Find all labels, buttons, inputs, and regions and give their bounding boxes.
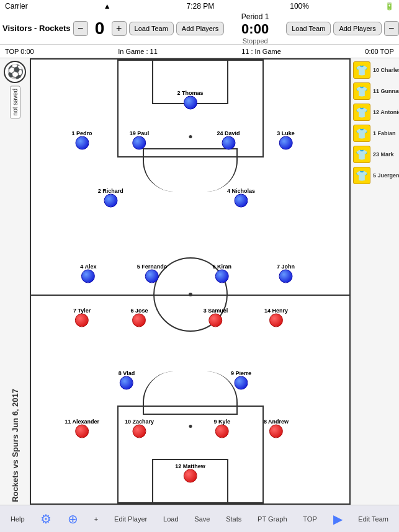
player-label: 7 John <box>277 263 295 269</box>
player-1_Pedro[interactable]: 1 Pedro <box>72 129 92 149</box>
sub-label: 23 Mark <box>373 151 394 157</box>
player-label: 14 Henry <box>264 308 288 314</box>
player-5_Fernando[interactable]: 5 Fernando <box>137 262 168 283</box>
player-label: 3 Samuel <box>204 308 228 314</box>
visitors-load-btn[interactable]: Load Team <box>129 22 174 35</box>
top-label: TOP <box>303 515 316 523</box>
player-dot <box>132 314 146 327</box>
player-dot <box>75 314 89 327</box>
player-label: 2 Richard <box>98 187 123 193</box>
player-dot <box>215 269 229 283</box>
save-button[interactable]: Save <box>194 515 210 523</box>
pt-graph-label: PT Graph <box>258 515 287 523</box>
load-button[interactable]: Load <box>163 515 178 523</box>
visitors-section: Visitors - Rockets − 0 + Load Team Add P… <box>2 19 224 38</box>
save-label: Save <box>194 515 210 523</box>
sub-label: 11 Gunnar <box>373 88 399 94</box>
player-11_Alexander[interactable]: 11 Alexander <box>65 418 99 438</box>
top-button[interactable]: TOP <box>303 515 316 523</box>
player-6_Jose[interactable]: 6 Jose <box>130 307 148 327</box>
home-add-btn[interactable]: Add Players <box>333 22 381 35</box>
sub-10_Charles[interactable]: 👕10 Charles <box>352 61 399 79</box>
battery-icon: 🔋 <box>385 2 394 11</box>
status-label: Stopped <box>224 37 286 45</box>
sub-label: 12 Antonio <box>373 109 399 115</box>
edit-player-label: Edit Player <box>114 515 147 523</box>
player-dot <box>279 136 292 149</box>
carrier-label: Carrier <box>5 2 28 11</box>
jersey-icon: 👕 <box>353 82 370 100</box>
player-9_Pierre[interactable]: 9 Pierre <box>231 369 251 389</box>
player-3_Luke[interactable]: 3 Luke <box>277 129 295 149</box>
player-10_Zachary[interactable]: 10 Zachary <box>125 418 154 438</box>
player-label: 8 Vlad <box>119 370 135 376</box>
player-4_Nicholas[interactable]: 4 Nicholas <box>227 187 255 207</box>
soccer-field[interactable]: 2 Thomas1 Pedro19 Paul24 David3 Luke2 Ri… <box>30 58 351 505</box>
player-3_Samuel[interactable]: 3 Samuel <box>204 307 228 327</box>
battery-label: 100% <box>290 2 309 11</box>
player-label: 12 Matthew <box>175 463 205 469</box>
jersey-icon: 👕 <box>353 146 370 163</box>
player-12_Matthew[interactable]: 12 Matthew <box>175 462 205 482</box>
top-right: 0:00 TOP <box>365 48 394 55</box>
player-dot <box>235 376 248 389</box>
pt-graph-button[interactable]: PT Graph <box>258 515 287 523</box>
help-button[interactable]: Help <box>11 515 25 523</box>
player-19_Paul[interactable]: 19 Paul <box>130 129 150 149</box>
player-7_Tyler[interactable]: 7 Tyler <box>73 307 91 327</box>
top-left: TOP 0:00 <box>5 48 34 55</box>
header: Visitors - Rockets − 0 + Load Team Add P… <box>0 12 399 45</box>
player-14_Henry[interactable]: 14 Henry <box>264 307 288 327</box>
player-8_Andrew[interactable]: 8 Andrew <box>264 418 289 438</box>
player-label: 11 Alexander <box>65 419 99 425</box>
right-sidebar: 👕10 Charles👕11 Gunnar👕12 Antonio👕1 Fabia… <box>351 58 399 505</box>
sub-5_Juergen[interactable]: 👕5 Juergen <box>352 166 399 185</box>
player-dot <box>279 269 292 283</box>
gear-icon: ⚙ <box>40 512 52 526</box>
player-2_Thomas[interactable]: 2 Thomas <box>177 89 203 110</box>
player-label: 8 Andrew <box>264 419 289 425</box>
info-bar: TOP 0:00 In Game : 11 11 : In Game 0:00 … <box>0 45 399 58</box>
help-label: Help <box>11 515 25 523</box>
plus-circle-icon: ⊕ <box>68 512 78 526</box>
load-label: Load <box>163 515 178 523</box>
player-9_Kyle[interactable]: 9 Kyle <box>214 418 231 438</box>
player-dot <box>209 314 223 327</box>
player-dot <box>183 96 197 110</box>
player-dot <box>145 269 159 283</box>
player-label: 2 Thomas <box>177 90 203 96</box>
in-game-left: In Game : 11 <box>118 48 158 55</box>
home-load-btn[interactable]: Load Team <box>286 22 331 35</box>
settings-button[interactable]: ⚙ <box>40 512 52 526</box>
player-8_Vlad[interactable]: 8 Vlad <box>119 369 135 389</box>
stats-button[interactable]: Stats <box>226 515 241 523</box>
player-24_David[interactable]: 24 David <box>217 129 240 149</box>
status-bar: Carrier ▲ 7:28 PM 100% 🔋 <box>0 0 399 12</box>
home-minus-btn[interactable]: − <box>384 21 399 36</box>
player-dot <box>235 193 248 207</box>
visitors-minus-btn[interactable]: − <box>73 21 88 36</box>
visitors-add-btn[interactable]: Add Players <box>176 22 224 35</box>
visitors-plus-btn[interactable]: + <box>112 21 127 36</box>
center-info: Period 1 0:00 Stopped <box>224 12 286 45</box>
edit-player-button[interactable]: Edit Player <box>114 515 147 523</box>
time-label: 7:28 PM <box>187 2 215 11</box>
add-button[interactable]: + <box>94 515 98 523</box>
edit-team-button[interactable]: Edit Team <box>358 515 388 523</box>
sub-1_Fabian[interactable]: 👕1 Fabian <box>352 124 397 143</box>
sub-12_Antonio[interactable]: 👕12 Antonio <box>352 103 399 122</box>
player-2_Richard[interactable]: 2 Richard <box>98 187 123 207</box>
player-6_Kiran[interactable]: 6 Kiran <box>213 262 232 283</box>
player-label: 19 Paul <box>130 130 150 136</box>
sub-23_Mark[interactable]: 👕23 Mark <box>352 145 395 164</box>
jersey-icon: 👕 <box>353 167 370 184</box>
play-button[interactable]: ▶ <box>333 512 343 526</box>
sub-11_Gunnar[interactable]: 👕11 Gunnar <box>352 82 399 100</box>
jersey-icon: 👕 <box>353 125 370 142</box>
player-4_Alex[interactable]: 4 Alex <box>80 262 96 283</box>
player-label: 9 Kyle <box>214 419 231 425</box>
player-dot <box>215 425 229 438</box>
player-7_John[interactable]: 7 John <box>277 262 295 283</box>
plus-circle-button[interactable]: ⊕ <box>68 512 78 526</box>
soccer-ball-left: ⚽ <box>4 61 26 83</box>
